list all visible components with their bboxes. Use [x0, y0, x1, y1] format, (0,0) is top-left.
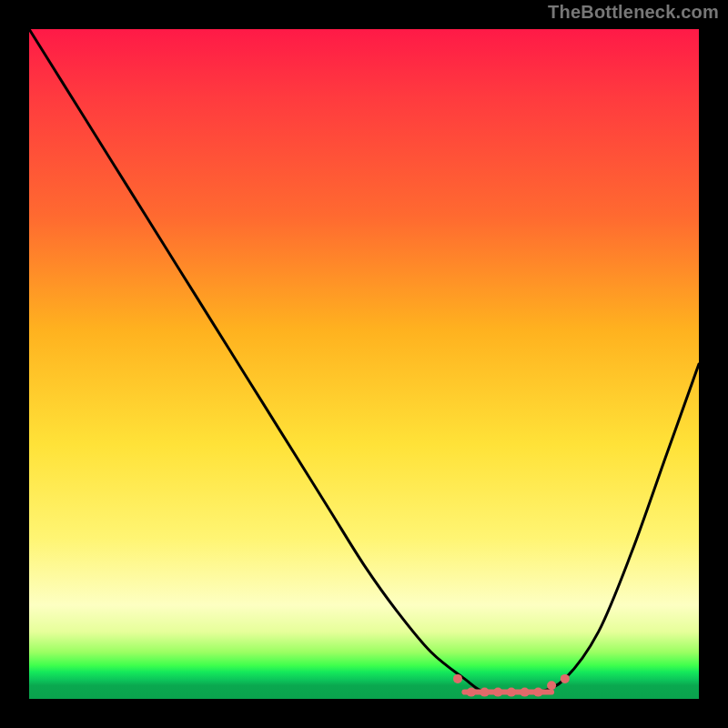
marker-dot	[533, 688, 542, 697]
marker-dot	[453, 674, 462, 683]
watermark-text: TheBottleneck.com	[548, 2, 719, 23]
marker-dot	[547, 681, 556, 690]
marker-dot	[507, 688, 516, 697]
marker-dot	[561, 674, 570, 683]
chart-stage: TheBottleneck.com	[0, 0, 728, 728]
marker-dot	[493, 688, 502, 697]
marker-dot	[521, 688, 530, 697]
bottleneck-curve-svg	[29, 29, 699, 699]
marker-dot	[467, 688, 476, 697]
bottleneck-curve	[29, 29, 699, 693]
plot-area	[29, 29, 699, 699]
marker-dot	[480, 688, 490, 697]
